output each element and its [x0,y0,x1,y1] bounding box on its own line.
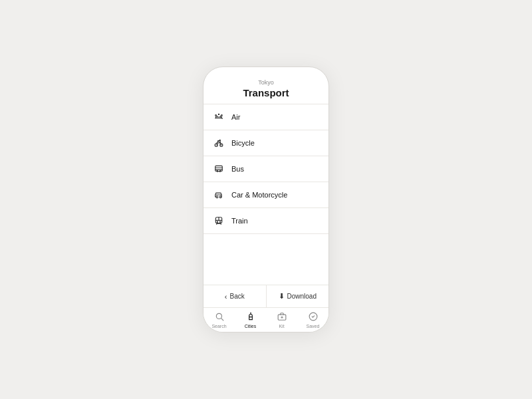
download-label: Download [287,293,317,300]
saved-icon [309,312,318,323]
train-icon [213,215,225,227]
search-nav-label: Search [211,324,226,329]
phone-frame: Tokyo Transport Air Bicycle [203,66,329,332]
svg-line-13 [221,319,223,321]
footer-buttons: ‹ Back ⬇ Download [203,285,329,307]
nav-item-saved[interactable]: Saved [297,308,329,332]
svg-point-3 [219,140,220,140]
list-item-bicycle[interactable]: Bicycle [203,130,329,156]
car-motorcycle-label: Car & Motorcycle [231,191,287,199]
city-label: Tokyo [213,79,319,86]
svg-point-5 [217,170,217,171]
saved-nav-label: Saved [307,324,320,329]
download-icon: ⬇ [279,292,285,301]
page-header: Tokyo Transport [203,67,329,104]
page-title: Transport [213,87,319,98]
back-icon: ‹ [225,293,227,301]
back-label: Back [229,293,244,300]
air-icon [213,111,225,123]
list-item-bus[interactable]: Bus [203,156,329,182]
bus-label: Bus [231,165,244,173]
air-label: Air [231,113,240,121]
bus-icon [213,163,225,175]
svg-point-10 [217,221,217,222]
search-icon [215,312,224,323]
transport-list: Air Bicycle Bu [203,104,329,285]
download-button[interactable]: ⬇ Download [267,285,329,307]
list-item-air[interactable]: Air [203,104,329,130]
svg-rect-4 [215,166,223,171]
cities-icon [246,312,255,323]
nav-item-kit[interactable]: Kit [266,308,297,332]
car-motorcycle-icon [213,189,225,201]
svg-point-0 [218,114,219,114]
back-button[interactable]: ‹ Back [203,285,267,307]
svg-point-7 [216,196,218,198]
svg-point-6 [220,170,221,171]
kit-icon [277,312,287,323]
nav-item-cities[interactable]: Cities [235,308,266,332]
bottom-nav: Search Cities Kit [203,307,329,332]
cities-nav-label: Cities [245,324,257,329]
bicycle-label: Bicycle [231,139,255,147]
bicycle-icon [213,137,225,149]
list-item-car-motorcycle[interactable]: Car & Motorcycle [203,182,329,208]
svg-point-11 [219,221,220,222]
nav-item-search[interactable]: Search [203,308,235,332]
kit-nav-label: Kit [279,324,284,329]
train-label: Train [231,217,248,225]
list-item-train[interactable]: Train [203,208,329,234]
